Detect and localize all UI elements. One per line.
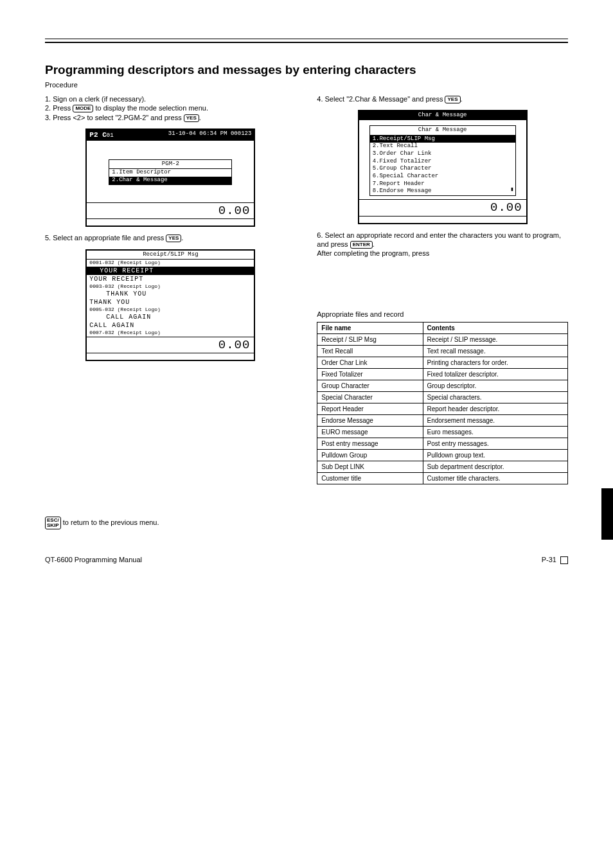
screen2-title: Char & Message	[418, 112, 467, 120]
step4: 5. Select an appropriate file and press …	[45, 233, 296, 242]
row-0001-label: 0001-032 (Receipt Logo)	[87, 260, 254, 266]
page-sq-icon	[560, 556, 568, 564]
yes-key-2[interactable]: YES	[166, 235, 181, 242]
row-0003-ind: THANK YOU	[87, 290, 254, 298]
step-1-2: 1. Sign on a clerk (if necessary). 2. Pr…	[45, 94, 296, 122]
menu-char-message[interactable]: 2.Char & Message	[109, 177, 231, 184]
step4-text: 5. Select an appropriate file and press	[45, 234, 164, 242]
step3-text: 4. Select "2.Char & Message" and press	[317, 95, 443, 103]
footer-model: QT-6600 Programming Manual	[45, 555, 142, 564]
screen3-title: Receipt/SLIP Msg	[87, 251, 254, 260]
screen1-amount: 0.00	[87, 202, 254, 219]
esc-skip-key[interactable]: ESC/SKIP	[45, 517, 61, 529]
step5: 6. Select an appropriate record and ente…	[317, 231, 568, 258]
page-title: Programming descriptors and messages by …	[45, 62, 568, 78]
table-row: Report HeaderReport header descriptor.	[317, 403, 568, 415]
screen2-amount: 0.00	[359, 199, 526, 216]
step1-prefix: 1. Sign on a clerk (if necessary).	[45, 95, 146, 103]
index-heading: Appropriate files and record	[317, 310, 568, 319]
mi-order-char[interactable]: 3.Order Char Link	[370, 150, 515, 158]
mi-text-recall[interactable]: 2.Text Recall	[370, 143, 515, 150]
thumb-tab	[601, 488, 613, 540]
screen1-menu: PGM-2 1.Item Descriptor 2.Char & Message	[109, 159, 232, 185]
table-row: Fixed TotalizerFixed totalizer descripto…	[317, 369, 568, 380]
row-0005-ind: CALL AGAIN	[87, 313, 254, 321]
row-0003-label: 0003-032 (Receipt Logo)	[87, 283, 254, 290]
mi-fixed-totalizer[interactable]: 4.Fixed Totalizer	[370, 158, 515, 166]
screen1-topbar: P2 C01 31-10-04 06:34 PM 000123	[87, 130, 254, 141]
table-row: EURO messageEuro messages.	[317, 427, 568, 438]
step3: 4. Select "2.Char & Message" and press Y…	[317, 94, 568, 103]
step2-period: .	[199, 114, 201, 121]
th-file: File name	[317, 323, 423, 334]
screen1-menu-title: PGM-2	[109, 160, 231, 170]
row-0005-val: CALL AGAIN	[87, 321, 254, 330]
right-column: 4. Select "2.Char & Message" and press Y…	[317, 94, 568, 497]
step1-mid: 2. Press	[45, 104, 71, 112]
screen-pgm2: P2 C01 31-10-04 06:34 PM 000123 PGM-2 1.…	[85, 128, 255, 227]
row-0001-val: YOUR RECEIPT	[87, 275, 254, 283]
table-row: Receipt / SLIP MsgReceipt / SLIP message…	[317, 334, 568, 346]
screen-receipt-msg: Receipt/SLIP Msg 0001-032 (Receipt Logo)…	[85, 249, 255, 362]
mi-report-header[interactable]: 7.Report Header	[370, 181, 515, 188]
th-contents: Contents	[423, 323, 567, 334]
mi-endorse-msg[interactable]: 8.Endorse Message	[370, 188, 515, 195]
table-row: Pulldown GroupPulldown group text.	[317, 450, 568, 461]
row-0005-label: 0005-032 (Receipt Logo)	[87, 306, 254, 313]
screen1-left-small: 01	[107, 132, 114, 139]
screen3-amount: 0.00	[87, 337, 254, 353]
mi-group-char[interactable]: 5.Group Character	[370, 165, 515, 173]
table-row: Post entry messagePost entry messages.	[317, 438, 568, 450]
table-row: Order Char LinkPrinting characters for o…	[317, 357, 568, 369]
table-row: Group CharacterGroup descriptor.	[317, 380, 568, 392]
step5-tail: After completing the program, press	[317, 249, 429, 257]
enter-key[interactable]: ENTER	[350, 241, 373, 249]
table-row: Special CharacterSpecial characters.	[317, 392, 568, 403]
step1-tail: to display the mode selection menu.	[95, 104, 208, 112]
mode-key[interactable]: MODE	[73, 105, 93, 112]
yes-key-1[interactable]: YES	[184, 114, 199, 122]
header-rule	[45, 39, 568, 43]
screen2-topbar: Char & Message	[359, 111, 526, 120]
procedure-label: Procedure	[45, 80, 568, 89]
screen1-left: P2 C	[89, 131, 106, 139]
scroll-indicator-icon: ▮	[510, 186, 513, 194]
page-footer: QT-6600 Programming Manual P-31	[45, 555, 568, 564]
table-row: Text RecallText recall message.	[317, 346, 568, 357]
row-0001-sel[interactable]: YOUR RECEIPT	[87, 267, 254, 275]
row-0007-label: 0007-032 (Receipt Logo)	[87, 330, 254, 336]
table-row: Sub Dept LINKSub department descriptor.	[317, 461, 568, 473]
table-row: Customer titleCustomer title characters.	[317, 473, 568, 484]
screen1-datetime: 31-10-04 06:34 PM 000123	[168, 130, 252, 140]
screen2-menu: Char & Message 1.Receipt/SLIP Msg 2.Text…	[369, 125, 516, 196]
screen-char-message: Char & Message Char & Message 1.Receipt/…	[358, 110, 528, 224]
menu-item-descriptor[interactable]: 1.Item Descriptor	[109, 169, 231, 177]
row-0003-val: THANK YOU	[87, 298, 254, 306]
yes-key-3[interactable]: YES	[445, 96, 460, 103]
table-row: Endorse MessageEndorsement message.	[317, 415, 568, 427]
index-table: File name Contents Receipt / SLIP MsgRec…	[317, 322, 568, 484]
screen2-menu-title: Char & Message	[370, 126, 515, 136]
left-column: 1. Sign on a clerk (if necessary). 2. Pr…	[45, 94, 296, 497]
footer-page: P-31	[542, 556, 556, 563]
step6: ESC/SKIP to return to the previous menu.	[45, 517, 568, 529]
step6-tail: to return to the previous menu.	[63, 518, 159, 526]
mi-special-char[interactable]: 6.Special Character	[370, 173, 515, 181]
step2-text: 3. Press <2> to select "2.PGM-2" and pre…	[45, 114, 182, 121]
mi-receipt-slip[interactable]: 1.Receipt/SLIP Msg	[370, 136, 515, 143]
